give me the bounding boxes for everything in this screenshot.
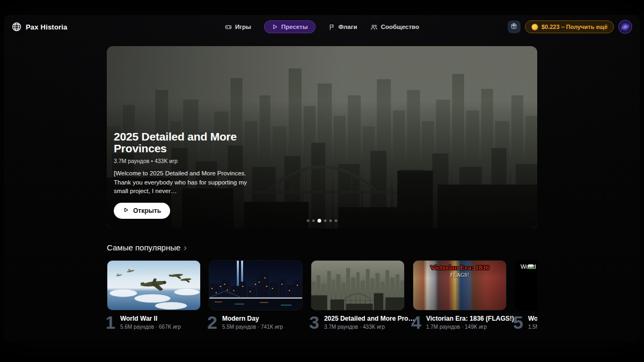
hero-title: 2025 Detailed and More Provinces bbox=[114, 131, 243, 155]
user-avatar[interactable] bbox=[618, 20, 632, 34]
header-right: $0.223 – Получить ещё bbox=[508, 20, 632, 34]
card-title: Wo bbox=[528, 315, 537, 322]
preset-card-modern-day[interactable]: 2 Modern Day 5.5M раундов · 741K игр bbox=[209, 260, 303, 331]
victorian-overlay-title: Victorian Era: 1836 bbox=[413, 263, 506, 272]
victorian-overlay-subtitle: FLAGS! bbox=[413, 272, 506, 278]
popular-cards-row: 1 World War II 5.6M раундов · 667K игр bbox=[107, 260, 537, 331]
flag-icon bbox=[328, 24, 335, 31]
card-stats: 3.7M раундов · 433K игр bbox=[324, 324, 415, 330]
nav-item-label: Флаги bbox=[339, 24, 357, 30]
nav-item-community[interactable]: Сообщество bbox=[370, 24, 419, 31]
nav-item-label: Игры bbox=[235, 24, 251, 30]
hero-stats: 3.7M раундов • 433K игр bbox=[114, 158, 275, 164]
hero-description: [Welcome to 2025 Detailed and More Provi… bbox=[114, 169, 258, 196]
people-icon bbox=[370, 24, 378, 31]
nav-item-presets[interactable]: Пресеты bbox=[264, 20, 316, 33]
coin-balance-button[interactable]: $0.223 – Получить ещё bbox=[525, 20, 614, 33]
chevron-right-icon: › bbox=[184, 244, 187, 252]
card-stats: 5.6M раундов · 667K игр bbox=[120, 324, 181, 330]
nav-item-label: Сообщество bbox=[381, 24, 419, 30]
carousel-dot[interactable] bbox=[330, 219, 332, 222]
app-window: Pax Historia Игры bbox=[4, 15, 640, 342]
card-rank: 5 bbox=[513, 314, 523, 331]
brand-logo[interactable]: Pax Historia bbox=[12, 22, 68, 32]
brand-name: Pax Historia bbox=[26, 23, 68, 31]
open-button[interactable]: Открыть bbox=[114, 203, 170, 219]
gift-icon bbox=[510, 22, 517, 32]
card-image-city-skyline bbox=[311, 260, 405, 311]
open-button-label: Открыть bbox=[133, 207, 161, 215]
carousel-dot[interactable] bbox=[324, 219, 327, 222]
card-stats: 1.7M раундов · 149K игр bbox=[426, 324, 514, 330]
preset-card-2025-detailed[interactable]: 3 2025 Detailed and More Pro… 3.7M раунд… bbox=[311, 260, 405, 331]
card-rank: 1 bbox=[107, 314, 115, 331]
hero-banner[interactable]: 2025 Detailed and More Provinces 3.7M ра… bbox=[107, 46, 537, 228]
card-title: 2025 Detailed and More Pro… bbox=[324, 315, 415, 322]
preset-card-partial[interactable]: World W 5 Wo 1.5M bbox=[515, 260, 537, 331]
preset-card-world-war-2[interactable]: 1 World War II 5.6M раундов · 667K игр bbox=[107, 260, 201, 331]
card-image-broken: World W bbox=[515, 260, 537, 311]
popular-section-header[interactable]: Самые популярные › bbox=[107, 243, 537, 252]
card-image-nyc-night bbox=[209, 260, 303, 311]
card-title: World War II bbox=[120, 315, 181, 322]
card-title: Victorian Era: 1836 (FLAGS!) bbox=[426, 315, 514, 322]
nav-item-games[interactable]: Игры bbox=[225, 24, 251, 31]
balance-label: $0.223 – Получить ещё bbox=[541, 24, 608, 30]
card-title: Modern Day bbox=[222, 315, 283, 322]
globe-icon bbox=[12, 22, 21, 32]
carousel-dots bbox=[307, 219, 338, 223]
card-stats: 1.5M bbox=[528, 324, 537, 330]
popular-section-title: Самые популярные bbox=[107, 243, 180, 252]
play-outline-icon bbox=[123, 207, 129, 215]
card-rank: 2 bbox=[207, 314, 217, 331]
card-rank: 3 bbox=[309, 314, 319, 331]
broken-image-placeholder: World W bbox=[518, 263, 537, 270]
carousel-dot[interactable] bbox=[312, 219, 315, 222]
play-icon bbox=[272, 24, 278, 30]
nav-item-flags[interactable]: Флаги bbox=[328, 24, 357, 31]
carousel-dot-active[interactable] bbox=[318, 219, 321, 223]
card-stats: 5.5M раундов · 741K игр bbox=[222, 324, 283, 330]
carousel-dot[interactable] bbox=[335, 219, 338, 222]
gamepad-icon bbox=[225, 24, 232, 31]
card-rank: 4 bbox=[411, 314, 421, 331]
hero-content: 2025 Detailed and More Provinces 3.7M ра… bbox=[114, 131, 275, 219]
preset-card-victorian-era[interactable]: Victorian Era: 1836 FLAGS! bbox=[413, 260, 507, 331]
nav-item-label: Пресеты bbox=[281, 24, 308, 30]
card-image-ww2-bombers bbox=[107, 260, 201, 311]
carousel-dot[interactable] bbox=[307, 219, 310, 222]
main-nav: Игры Пресеты Флаги bbox=[225, 15, 419, 39]
coin-icon bbox=[531, 24, 538, 31]
gift-button[interactable] bbox=[508, 20, 521, 33]
top-navigation-bar: Pax Historia Игры bbox=[4, 15, 640, 39]
card-image-victorian-collage: Victorian Era: 1836 FLAGS! bbox=[413, 260, 507, 311]
